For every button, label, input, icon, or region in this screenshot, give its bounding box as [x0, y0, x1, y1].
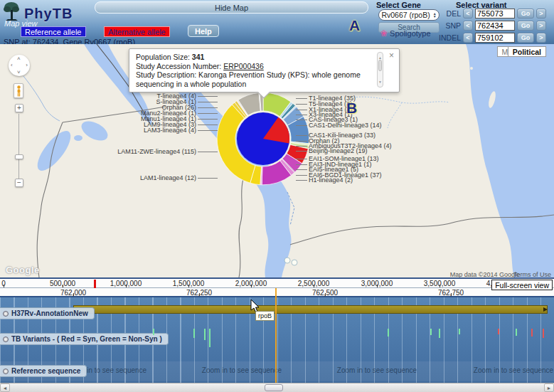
indel-go-button[interactable]: Go — [517, 33, 534, 43]
ruler-tick-mark — [451, 293, 452, 296]
spoligotype-icon: ❀ — [380, 29, 388, 38]
track3-label-text: Reference sequence — [11, 367, 80, 375]
variant-tick-green[interactable] — [430, 329, 432, 335]
track1-label-text: H37Rv-AnnotationNew — [11, 309, 88, 317]
variant-tick-red[interactable] — [498, 329, 499, 334]
browser-horizontal-scrollbar[interactable]: ◄ ► — [0, 383, 554, 392]
popup-scroll-down-icon[interactable]: ▼ — [378, 78, 383, 87]
gene-dropdown[interactable]: Rv0667 (rpoB) ▲▼ — [378, 9, 440, 21]
del-prev-button[interactable]: < — [463, 9, 473, 18]
variant-tick-green[interactable] — [459, 329, 460, 334]
ruler-tick-mark — [126, 285, 127, 287]
variant-tick-red[interactable] — [531, 329, 533, 337]
pie-label-leader-line — [296, 175, 307, 176]
map-type-political-button[interactable]: Political — [508, 46, 546, 57]
alternative-allele-button[interactable]: Alternative allele — [104, 26, 170, 37]
track-label-annotation[interactable]: H37Rv-AnnotationNew — [0, 307, 95, 319]
gene-tooltip: rpoB — [255, 311, 275, 321]
track-label-reference[interactable]: Reference sequence — [0, 365, 87, 377]
help-button[interactable]: Help — [188, 25, 219, 37]
snp-prev-button[interactable]: < — [463, 21, 473, 31]
street-view-pegman[interactable] — [14, 83, 23, 98]
reference-allele-button[interactable]: Reference allele — [21, 26, 86, 37]
track-options-icon[interactable] — [3, 369, 9, 374]
indel-label: INDEL — [435, 33, 461, 42]
variant-tick-green[interactable] — [204, 329, 206, 340]
gene-dropdown-value: Rv0667 (rpoB) — [381, 11, 430, 19]
track-label-variants[interactable]: TB Variants - ( Red = Syn, Green = Non-S… — [0, 333, 169, 345]
accession-link[interactable]: ERP000436 — [223, 62, 264, 70]
scroll-right-icon[interactable]: ► — [544, 383, 554, 392]
snp-go-button[interactable]: Go — [517, 21, 534, 31]
accession-line: Study Accession Number: ERP000436 — [136, 62, 378, 71]
pan-down-icon[interactable]: ˅ — [17, 69, 21, 75]
indel-prev-button[interactable]: < — [463, 33, 473, 43]
pan-right-icon[interactable]: › — [26, 62, 28, 68]
variant-tick-green[interactable] — [209, 329, 211, 347]
track-options-icon[interactable] — [3, 311, 9, 317]
del-go-button[interactable]: Go — [517, 9, 534, 18]
pie-label-leader-line — [198, 152, 218, 152]
pie-label-H1-lineage4: H1-lineage4 (2) — [294, 177, 353, 184]
indel-next-button[interactable]: > — [536, 33, 546, 43]
pie-label-leader-line — [198, 102, 218, 102]
pie-label-LAM3-lineage4: LAM3-lineage4 (4) — [144, 127, 219, 134]
header: Hide Map PhyTB Map view Reference allele… — [0, 0, 554, 44]
zoom-slider-handle[interactable] — [15, 154, 23, 159]
del-next-button[interactable]: > — [536, 9, 546, 18]
population-size-value: 341 — [192, 53, 205, 61]
pie-label-leader-line — [296, 180, 307, 181]
ruler-tick-mark — [73, 293, 74, 296]
zoom-slider-track[interactable] — [18, 114, 19, 179]
terms-of-use-link[interactable]: Terms of Use — [513, 271, 551, 277]
variant-tick-green[interactable] — [439, 329, 440, 338]
variant-tick-green[interactable] — [153, 329, 154, 335]
browser-tracks[interactable]: H37Rv-AnnotationNew TB Variants - ( Red … — [0, 297, 554, 383]
pie-label-leader-line — [198, 113, 218, 114]
annotation-letter-a: A — [349, 17, 360, 34]
pie-label-Manu2-lineage4: Manu2-lineage4 (1) — [141, 110, 219, 117]
pie-label-CAS1-Delhi-lineage3: CAS1-Delhi-lineage3 (14) — [294, 122, 382, 129]
variant-tick-red[interactable] — [543, 329, 544, 338]
pie-label-leader-line — [198, 130, 218, 131]
spoligotype-link[interactable]: Spoligotype — [390, 29, 431, 38]
map-attribution: Map data ©2014 Google — [450, 271, 520, 277]
popup-scrollbar[interactable]: ▲ ▼ — [377, 52, 383, 88]
region-ruler[interactable]: 762,000762,250762,500762,750 — [0, 288, 554, 297]
ruler-tick-mark — [377, 285, 378, 287]
map-pan-control[interactable]: ˄ ‹ › ˅ — [9, 55, 30, 76]
ruler-tick-mark — [199, 293, 200, 296]
scroll-left-icon[interactable]: ◄ — [0, 383, 10, 392]
study-description: Study Description: Karonga Prevention St… — [136, 70, 378, 88]
pie-label-leader-line — [296, 115, 307, 115]
fullscreen-view-button[interactable]: Full-screen view — [491, 280, 553, 290]
hide-map-button[interactable]: Hide Map — [95, 1, 368, 14]
indel-position-input[interactable] — [475, 33, 515, 43]
zoom-in-button[interactable]: + — [15, 104, 23, 112]
genome-overview-ruler[interactable]: 0500,0001,000,0001,500,0002,000,0002,500… — [0, 277, 554, 288]
accession-label: Study Accession Number: — [136, 62, 223, 70]
variant-tick-green[interactable] — [193, 329, 195, 338]
pie-label-leader-line — [198, 178, 218, 179]
ruler-tick-mark — [440, 285, 440, 287]
zoom-out-button[interactable]: − — [15, 179, 23, 187]
popup-close-icon[interactable]: × — [389, 52, 394, 59]
del-position-input[interactable] — [475, 9, 515, 18]
variant-tick-green[interactable] — [388, 329, 389, 337]
gene-annotation-bar[interactable] — [73, 305, 548, 314]
population-size-line: Population Size: 341 — [136, 53, 378, 62]
track2-label-text: TB Variants - ( Red = Syn, Green = Non-S… — [11, 335, 162, 343]
snp-position-input[interactable] — [475, 21, 515, 31]
variant-tick-green[interactable] — [516, 329, 517, 336]
track-options-icon[interactable] — [3, 337, 9, 342]
popup-scroll-thumb[interactable] — [378, 60, 382, 71]
scroll-thumb[interactable] — [265, 384, 283, 391]
population-size-label: Population Size: — [136, 53, 192, 61]
pan-left-icon[interactable]: ‹ — [11, 62, 13, 68]
gene-direction-arrow-icon — [543, 307, 548, 312]
map-canvas[interactable]: ˄ ‹ › ˅ + − Map Political T1-lineage4 (3… — [0, 44, 554, 277]
snp-next-button[interactable]: > — [536, 21, 546, 31]
pan-up-icon[interactable]: ˄ — [17, 55, 21, 62]
pegman-icon — [16, 85, 22, 97]
variant-row-del: DEL < Go > — [435, 8, 546, 18]
